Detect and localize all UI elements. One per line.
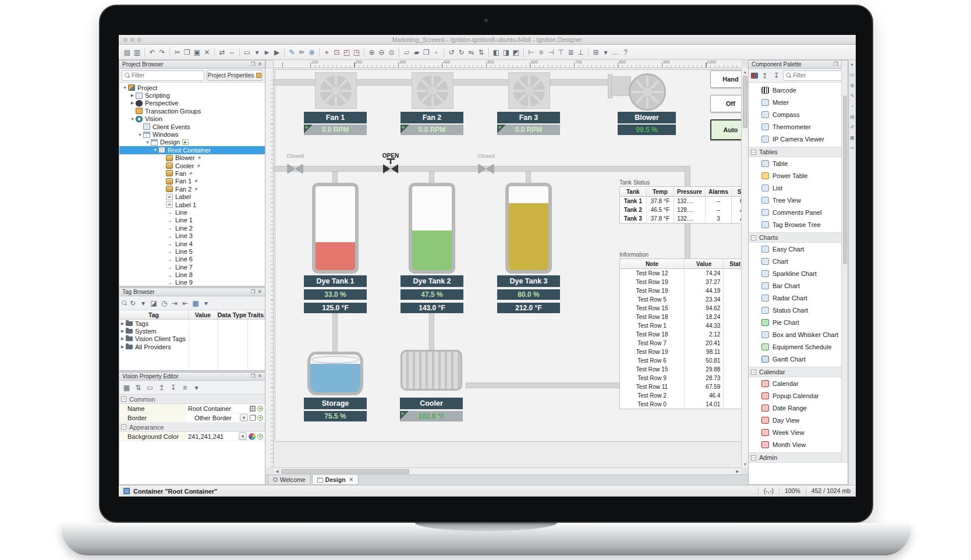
collapse-section-icon[interactable]: − — [121, 396, 126, 402]
property-row-name[interactable]: Name Root Container — [119, 404, 265, 413]
align-middle-icon[interactable]: ≣ — [566, 47, 576, 58]
property-row-border[interactable]: Border Other Border ▼ — [119, 413, 265, 423]
background-color-value[interactable]: 241,241,241 — [188, 433, 237, 440]
shape-union-icon[interactable]: ◧ — [491, 47, 501, 58]
palette-item-barcode[interactable]: Barcode — [749, 84, 848, 96]
project-filter-input[interactable] — [122, 70, 204, 81]
valve-3-icon[interactable] — [478, 164, 494, 176]
tree-item-line-2[interactable]: →Line 2 — [119, 224, 265, 232]
palette-item-comments-panel[interactable]: Comments Panel — [749, 206, 848, 218]
tag-export-icon[interactable]: ⇤ — [180, 298, 190, 309]
redo-icon[interactable]: ↷ — [157, 47, 167, 58]
traffic-lights[interactable] — [123, 38, 141, 42]
tree-item-line-1[interactable]: →Line 1 — [119, 217, 265, 224]
tag-dropdown-icon[interactable]: ▾ — [139, 298, 148, 309]
tree-item-line-9[interactable]: →Line 9 — [119, 279, 265, 286]
tree-item-line-3[interactable]: →Line 3 — [119, 232, 265, 239]
play-badge-icon[interactable]: ▶ — [182, 139, 189, 145]
collapse-section-icon[interactable]: − — [751, 370, 756, 375]
tree-item-fan-1[interactable]: Fan 1⬥ — [119, 178, 265, 185]
rotate-ccw-icon[interactable]: ↺ — [446, 47, 456, 58]
palette-item-pie-chart[interactable]: Pie Chart — [749, 316, 848, 328]
zoom-in-icon[interactable]: ⊕ — [367, 47, 377, 58]
palette-scrollbar[interactable] — [841, 61, 848, 462]
palette-item-bar-chart[interactable]: Bar Chart — [749, 279, 848, 292]
tree-expander-icon[interactable]: ▶ — [119, 345, 126, 349]
canvas-vertical-scrollbar[interactable]: ▲ ▼ — [741, 68, 748, 467]
palette-item-popup-calendar[interactable]: Popup Calendar — [749, 389, 848, 402]
palette-item-tree-view[interactable]: Tree View — [749, 194, 848, 206]
palette-item-sparkline-chart[interactable]: Sparkline Chart — [749, 267, 848, 279]
project-filter-field[interactable] — [132, 72, 201, 79]
valve-2-icon[interactable] — [382, 158, 399, 176]
memory-usage[interactable]: 452 / 1024 mb — [806, 487, 856, 495]
shape-subtract-icon[interactable]: ◩ — [511, 47, 521, 58]
section-appearance[interactable]: − Appearance — [119, 423, 265, 432]
bring-forward-icon[interactable]: ▱ — [402, 47, 412, 58]
tree-expander-icon[interactable]: ▶ — [119, 329, 126, 334]
tag-import-icon[interactable]: ⇥ — [170, 298, 179, 309]
hoa-auto-button[interactable]: Auto — [710, 119, 741, 140]
zoom-fit-icon[interactable]: ⌖ — [322, 47, 332, 58]
send-backward-icon[interactable]: ▰ — [412, 47, 421, 58]
palette-item-easy-chart[interactable]: Easy Chart — [749, 243, 848, 255]
tank-status-table-component[interactable]: TankTempPressureAlarmsStaTank 137.8 °F13… — [619, 186, 741, 224]
palette-item-status-chart[interactable]: Status Chart — [749, 304, 848, 316]
zoom-selection-icon[interactable]: ⊡ — [332, 47, 342, 58]
border-dropdown-icon[interactable]: ▼ — [240, 414, 248, 421]
dock-pen-icon[interactable]: ✎ — [850, 93, 855, 98]
tag-column-data-type[interactable]: Data Type — [218, 310, 247, 319]
align-left-icon[interactable]: ⊢ — [526, 47, 536, 58]
palette-item-box-and-whisker-chart[interactable]: Box and Whisker Chart — [749, 328, 848, 341]
project-properties-button[interactable]: Project Properties — [207, 70, 263, 81]
valve-1-icon[interactable] — [287, 164, 303, 176]
flip-horizontal-icon[interactable]: ⇋ — [466, 47, 476, 58]
tag-timer-icon[interactable]: ◷ — [160, 298, 169, 309]
palette-item-power-table[interactable]: Power Table — [749, 169, 848, 182]
information-table-component[interactable]: NoteValueStatTest Row 1274.24Test Row 19… — [619, 258, 741, 409]
close-tab-icon[interactable]: ✕ — [349, 477, 354, 483]
tag-folder-system[interactable]: ▶System — [119, 327, 265, 335]
close-panel-icon[interactable]: ✕ — [257, 374, 262, 379]
pencil-tool-icon[interactable]: ✏ — [297, 47, 307, 58]
section-common[interactable]: − Common — [119, 395, 265, 404]
tag-refresh-icon[interactable]: ↻ — [128, 298, 137, 309]
close-panel-icon[interactable]: ✕ — [257, 62, 262, 67]
tree-item-root-container[interactable]: ▼Root Container — [119, 146, 265, 154]
sort-alpha-icon[interactable]: ⇅ — [133, 382, 143, 393]
hoa-hand-button[interactable]: Hand — [710, 70, 741, 88]
tree-expander-icon[interactable]: ▼ — [152, 148, 158, 152]
web-browse-icon[interactable]: ⊕ — [307, 47, 317, 58]
preview-play-icon[interactable]: ▶ — [272, 47, 282, 58]
palette-item-week-view[interactable]: Week View — [749, 426, 848, 438]
zoom-region-icon[interactable]: ◰ — [342, 47, 352, 58]
palette-item-equipment-schedule[interactable]: Equipment Schedule — [749, 341, 848, 353]
tree-item-line-4[interactable]: →Line 4 — [119, 240, 265, 247]
overflow-icon[interactable]: … — [611, 47, 621, 58]
palette-item-chart[interactable]: Chart — [749, 255, 848, 267]
float-panel-icon[interactable]: ❐ — [250, 62, 255, 67]
send-to-back-icon[interactable]: ▫ — [431, 47, 441, 58]
tree-item-project[interactable]: ▼Project — [119, 84, 265, 91]
dock-pencil-icon[interactable]: ✐ — [850, 125, 855, 130]
design-viewport[interactable]: Fan 10.0 RPMFan 20.0 RPMFan 30.0 RPMBlow… — [274, 68, 741, 467]
tree-item-line-5[interactable]: →Line 5 — [119, 247, 265, 255]
tree-item-label[interactable]: abLabel — [119, 193, 265, 200]
tree-item-transaction-groups[interactable]: Transaction Groups — [119, 107, 265, 115]
align-bottom-icon[interactable]: ⊥ — [576, 47, 586, 58]
tree-item-design[interactable]: ▼Design▶ — [119, 139, 265, 146]
tree-expander-icon[interactable]: ▼ — [144, 140, 151, 144]
palette-item-calendar[interactable]: Calendar — [749, 377, 848, 389]
align-center-icon[interactable]: ≡ — [536, 47, 546, 58]
cut-icon[interactable]: ✂ — [172, 47, 182, 58]
copy-icon[interactable]: ❐ — [182, 47, 192, 58]
tree-expander-icon[interactable]: ▼ — [129, 117, 136, 121]
bring-to-front-icon[interactable]: ❐ — [421, 47, 431, 58]
zoom-level[interactable]: 100% — [779, 487, 806, 495]
tree-expander-icon[interactable]: ▶ — [129, 101, 136, 105]
tree-item-line-6[interactable]: →Line 6 — [119, 256, 265, 263]
palette-section-calendar[interactable]: −Calendar — [749, 367, 848, 377]
rotate-cw-icon[interactable]: ↻ — [456, 47, 466, 58]
palette-filter-field[interactable] — [793, 72, 842, 79]
tree-item-cooler[interactable]: Cooler⬥ — [119, 162, 265, 169]
